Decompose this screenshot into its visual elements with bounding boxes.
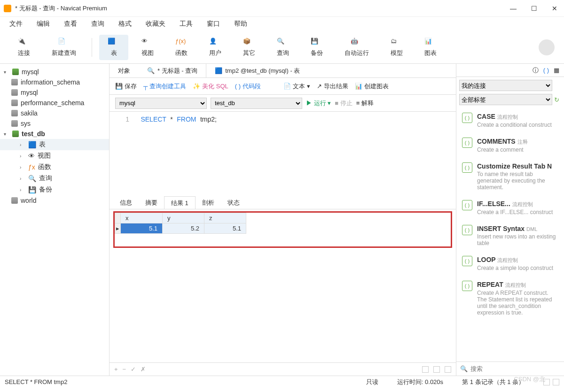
window-title: * 无标题 - 查询 - Navicat Premium bbox=[15, 4, 508, 13]
tree-db-sakila[interactable]: sakila bbox=[0, 108, 109, 118]
col-y[interactable]: y bbox=[163, 213, 204, 223]
minimize-button[interactable]: — bbox=[508, 5, 519, 12]
sql-editor[interactable]: 1 SELECT * FROM tmp2; bbox=[110, 112, 456, 196]
explain-button[interactable]: ≡ 解释 bbox=[356, 99, 374, 108]
snippet-insert[interactable]: ( )INSERT Syntax DMLInsert new rows into… bbox=[456, 220, 564, 251]
tree-db-test_db[interactable]: ▾test_db bbox=[0, 129, 109, 139]
search-input[interactable] bbox=[470, 365, 560, 372]
tool-other[interactable]: 📦其它 bbox=[235, 35, 264, 60]
layout-icon[interactable] bbox=[445, 366, 451, 373]
menu-tools[interactable]: 工具 bbox=[180, 20, 193, 28]
status-sql: SELECT * FROM tmp2 bbox=[5, 378, 347, 385]
cell-x[interactable]: 5.1 bbox=[121, 223, 163, 234]
conn-filter-select[interactable]: 我的连接 bbox=[459, 80, 552, 91]
grid-icon[interactable]: ▦ bbox=[554, 67, 559, 74]
connection-select[interactable]: mysql bbox=[115, 98, 207, 109]
menu-edit[interactable]: 编辑 bbox=[37, 20, 50, 28]
snippet-loop[interactable]: ( )LOOP 流程控制Create a simple loop constru… bbox=[456, 251, 564, 276]
tool-model[interactable]: 🗂模型 bbox=[382, 35, 411, 60]
rtab-profile[interactable]: 剖析 bbox=[196, 196, 221, 209]
stop-button[interactable]: ■ 停止 bbox=[335, 99, 352, 108]
maximize-button[interactable]: ☐ bbox=[528, 5, 540, 12]
tree-tables[interactable]: ›🟦表 bbox=[0, 139, 109, 150]
tree-queries[interactable]: ›🔍查询 bbox=[0, 173, 109, 184]
tab-tmp2[interactable]: 🟦tmp2 @test_db (mysql) - 表 bbox=[206, 64, 308, 77]
menu-file[interactable]: 文件 bbox=[9, 20, 23, 28]
refresh-icon[interactable]: ↻ bbox=[554, 96, 559, 103]
tool-query[interactable]: 🔍查询 bbox=[268, 35, 298, 60]
col-z[interactable]: z bbox=[204, 213, 246, 223]
form-toggle-icon[interactable] bbox=[553, 379, 559, 385]
run-button[interactable]: ▶ 运行 ▾ bbox=[306, 99, 331, 108]
query-icon: 🔍 bbox=[147, 67, 155, 74]
tag-filter-select[interactable]: 全部标签 bbox=[459, 94, 552, 105]
form-view-icon[interactable] bbox=[433, 366, 440, 373]
tree-db-world[interactable]: world bbox=[0, 195, 109, 206]
table-row[interactable]: ▸ 5.1 5.2 5.1 bbox=[115, 223, 246, 234]
db-icon bbox=[11, 89, 18, 96]
tool-view[interactable]: 👁视图 bbox=[133, 35, 162, 60]
snippet-case[interactable]: ( )CASE 流程控制Create a conditional constru… bbox=[456, 108, 564, 133]
snippet-ifelse[interactable]: ( )IF...ELSE... 流程控制Create a IF...ELSE..… bbox=[456, 195, 564, 220]
tool-table[interactable]: 🟦表 bbox=[99, 35, 128, 60]
export-icon: ↗ bbox=[317, 83, 322, 90]
text-button[interactable]: 📄文本▾ bbox=[283, 82, 310, 91]
tree-db-information_schema[interactable]: information_schema bbox=[0, 77, 109, 87]
statusbar: SELECT * FROM tmp2 只读 运行时间: 0.020s 第 1 条… bbox=[0, 376, 564, 388]
cell-y[interactable]: 5.2 bbox=[163, 223, 204, 234]
tree-db-mysql[interactable]: mysql bbox=[0, 87, 109, 98]
delete-row-button[interactable]: − bbox=[123, 366, 126, 373]
snippet-comments[interactable]: ( )COMMENTS 注释Create a comment bbox=[456, 133, 564, 158]
avatar[interactable] bbox=[539, 39, 555, 55]
save-button[interactable]: 💾保存 bbox=[115, 82, 137, 91]
rtab-info[interactable]: 信息 bbox=[113, 196, 139, 209]
snippet-button[interactable]: ( )代码段 bbox=[235, 82, 261, 91]
tab-query[interactable]: 🔍* 无标题 - 查询 bbox=[139, 64, 206, 77]
backup-icon: 💾 bbox=[28, 186, 36, 193]
add-row-button[interactable]: + bbox=[114, 366, 118, 373]
tree-functions[interactable]: ›ƒx函数 bbox=[0, 161, 109, 173]
tool-function[interactable]: ƒ(x)函数 bbox=[167, 35, 196, 60]
menu-window[interactable]: 窗口 bbox=[207, 20, 220, 28]
text-icon: 📄 bbox=[283, 83, 291, 90]
info-icon[interactable]: ⓘ bbox=[533, 66, 539, 75]
tool-auto[interactable]: 🤖自动运行 bbox=[336, 35, 377, 60]
tool-chart[interactable]: 📊图表 bbox=[416, 35, 445, 60]
chart-button[interactable]: 📊创建图表 bbox=[355, 82, 389, 91]
tree-views[interactable]: ›👁视图 bbox=[0, 150, 109, 161]
query-icon: 🔍 bbox=[277, 38, 289, 47]
menu-query[interactable]: 查询 bbox=[91, 20, 104, 28]
rtab-status[interactable]: 状态 bbox=[221, 196, 246, 209]
database-select[interactable]: test_db bbox=[211, 98, 302, 109]
rtab-summary[interactable]: 摘要 bbox=[139, 196, 164, 209]
tool-connect[interactable]: 🔌连接 bbox=[9, 35, 39, 60]
tool-user[interactable]: 👤用户 bbox=[201, 35, 230, 60]
code-icon[interactable]: ( ) bbox=[543, 67, 549, 74]
cancel-button[interactable]: ✗ bbox=[141, 366, 146, 373]
col-x[interactable]: x bbox=[121, 213, 163, 223]
confirm-button[interactable]: ✓ bbox=[131, 366, 136, 373]
snippet-repeat[interactable]: ( )REPEAT 流程控制Create A REPEAT construct.… bbox=[456, 276, 564, 321]
menu-view[interactable]: 查看 bbox=[64, 20, 77, 28]
result-grid[interactable]: x y z ▸ 5.1 5.2 5.1 bbox=[115, 213, 246, 234]
tree-conn-mysql[interactable]: ▾mysql bbox=[0, 67, 109, 77]
table-icon: 🟦 bbox=[28, 141, 36, 148]
menu-format[interactable]: 格式 bbox=[118, 20, 132, 28]
tool-newquery[interactable]: 📄新建查询 bbox=[43, 35, 85, 60]
tree-backups[interactable]: ›💾备份 bbox=[0, 184, 109, 195]
menu-help[interactable]: 帮助 bbox=[234, 20, 247, 28]
tree-db-performance_schema[interactable]: performance_schema bbox=[0, 98, 109, 108]
tree-db-sys[interactable]: sys bbox=[0, 118, 109, 129]
tab-objects[interactable]: 对象 bbox=[110, 64, 139, 77]
tool-backup[interactable]: 💾备份 bbox=[302, 35, 331, 60]
snippet-customize[interactable]: ( )Customize Result Tab NTo name the res… bbox=[456, 158, 564, 195]
beautify-button[interactable]: ✨美化 SQL bbox=[193, 82, 228, 91]
grid-view-icon[interactable] bbox=[422, 366, 429, 373]
query-builder-button[interactable]: ┬查询创建工具 bbox=[143, 82, 186, 91]
menu-fav[interactable]: 收藏夹 bbox=[146, 20, 165, 28]
close-button[interactable]: ✕ bbox=[549, 5, 560, 12]
document-tabs: 对象 🔍* 无标题 - 查询 🟦tmp2 @test_db (mysql) - … bbox=[110, 64, 456, 78]
export-button[interactable]: ↗导出结果 bbox=[317, 82, 348, 91]
cell-z[interactable]: 5.1 bbox=[204, 223, 246, 234]
rtab-result1[interactable]: 结果 1 bbox=[164, 196, 196, 209]
